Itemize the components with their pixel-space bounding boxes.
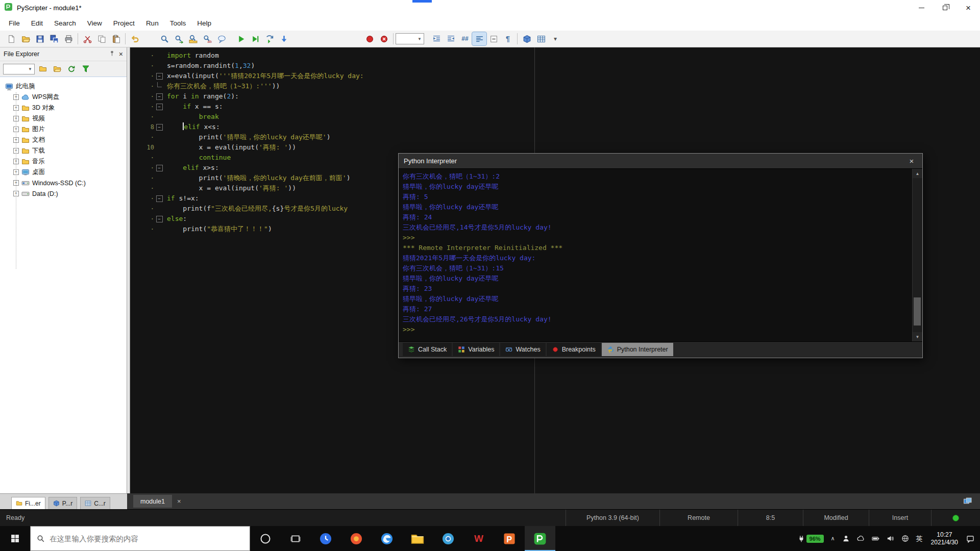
taskbar-app-chrome[interactable] [433,526,463,551]
tree-item-root[interactable]: 此电脑 [0,81,127,92]
toggle-breakpoint-button[interactable] [362,32,377,45]
dock-tab-python-interpreter[interactable]: Python Interpreter [602,343,673,356]
filter-button[interactable] [80,63,92,75]
minimize-button[interactable] [910,0,933,15]
tray-cloud-icon[interactable] [853,526,868,551]
menu-tools[interactable]: Tools [164,17,192,30]
menu-file[interactable]: File [3,17,26,30]
tray-expand-chevron-icon[interactable]: ∧ [827,526,839,551]
dock-tab-variables[interactable]: Variables [453,343,499,356]
interpreter-scrollbar[interactable]: ▲ ▼ [912,169,922,341]
cortana-button[interactable] [250,526,280,551]
path-combo[interactable]: ▼ [3,64,35,74]
fold-marker[interactable] [156,71,163,81]
taskbar-app-orange-browser-app[interactable] [341,526,372,551]
task-view-button[interactable] [280,526,310,551]
find-in-files-button[interactable] [186,32,200,45]
panel-tab-Pr[interactable]: P...r [48,497,77,509]
dock-tab-breakpoints[interactable]: Breakpoints [547,343,601,356]
run-to-cursor-button[interactable] [248,32,262,45]
undo-button[interactable] [128,32,142,45]
interpreter-title-bar[interactable]: Python Interpreter × [399,154,922,169]
fold-marker[interactable] [156,102,163,112]
clear-breakpoints-button[interactable] [377,32,391,45]
interpreter-output[interactable]: 你有三次机会，猜吧（1~31）:2猜早啦，你的lucky day还早呢再猜: 5… [399,169,912,341]
restore-button[interactable] [933,0,957,15]
find-next-button[interactable] [172,32,186,45]
run-button[interactable] [234,32,248,45]
tree-item[interactable]: +图片 [0,124,127,135]
new-file-button[interactable] [4,32,18,45]
tree-item[interactable]: +3D 对象 [0,103,127,113]
replace-button[interactable]: ab [200,32,214,45]
refresh-button[interactable] [65,63,78,75]
open-folder-button[interactable] [37,63,49,75]
dock-tab-call-stack[interactable]: Call Stack [403,343,452,356]
taskbar-search-input[interactable] [50,535,243,543]
tree-item[interactable]: +视频 [0,113,127,124]
panel-close-icon[interactable]: × [119,50,123,58]
install-packages-button[interactable] [520,32,534,45]
tree-item[interactable]: +WPS网盘 [0,92,127,103]
panel-tab-Fier[interactable]: Fi...er [11,497,45,509]
copy-button[interactable] [94,32,109,45]
paste-button[interactable] [109,32,123,45]
run-config-combo[interactable]: ▼ [396,33,424,44]
menu-view[interactable]: View [82,17,108,30]
step-over-button[interactable] [262,32,277,45]
tray-person-icon[interactable] [839,526,853,551]
dock-tab-watches[interactable]: Watches [500,343,545,356]
taskbar-app-pyscripter-app[interactable] [525,526,555,551]
menu-help[interactable]: Help [191,17,217,30]
start-button[interactable] [0,526,30,551]
taskbar-app-wps-writer[interactable]: W [463,526,494,551]
syntax-check-button[interactable] [214,32,229,45]
fold-marker[interactable] [156,193,163,204]
layout-windows-icon[interactable] [963,497,980,506]
save-all-button[interactable] [47,32,61,45]
tree-item[interactable]: +桌面 [0,167,127,178]
taskbar-app-edge[interactable] [372,526,402,551]
tray-network-icon[interactable] [898,526,913,551]
run-external-button[interactable] [277,32,291,45]
indent-block-button[interactable] [429,32,444,45]
action-center-icon[interactable] [963,526,978,551]
menu-run[interactable]: Run [140,17,164,30]
tree-item[interactable]: +音乐 [0,156,127,167]
ime-indicator[interactable]: 英 [913,526,926,551]
panel-tab-Cr[interactable]: C...r [80,497,110,509]
menu-edit[interactable]: Edit [26,17,48,30]
tree-item[interactable]: +文档 [0,135,127,145]
open-file-button[interactable] [18,32,33,45]
taskbar-app-clock-app[interactable] [310,526,341,551]
fold-marker[interactable] [156,163,163,173]
scroll-down-icon[interactable]: ▼ [913,332,922,341]
fold-marker[interactable] [156,214,163,224]
highlight-current-line-button[interactable] [472,32,486,45]
more-options-button[interactable]: ▾ [548,32,562,45]
save-file-button[interactable] [33,32,47,45]
tray-battery-icon[interactable] [868,526,883,551]
code-folding-button[interactable] [486,32,501,45]
taskbar-search[interactable] [30,526,250,551]
find-button[interactable] [157,32,172,45]
cut-button[interactable] [80,32,94,45]
tree-item[interactable]: +Data (D:) [0,188,127,199]
format-table-button[interactable] [534,32,548,45]
menu-project[interactable]: Project [108,17,140,30]
menu-search[interactable]: Search [48,17,82,30]
print-button[interactable] [61,32,76,45]
line-numbers-button[interactable]: ## [458,32,472,45]
interpreter-close-icon[interactable]: × [906,157,917,165]
browse-folder-button[interactable] [51,63,63,75]
tree-item[interactable]: +下载 [0,145,127,156]
tab-close-icon[interactable]: × [177,497,181,505]
taskbar-app-file-explorer-app[interactable] [402,526,433,551]
pin-icon[interactable] [109,50,115,58]
special-characters-button[interactable]: ¶ [501,32,515,45]
tree-item[interactable]: +Windows-SSD (C:) [0,178,127,188]
taskbar-app-wps-presentation[interactable]: P [494,526,525,551]
tray-volume-icon[interactable] [883,526,898,551]
scroll-thumb[interactable] [914,297,921,325]
scroll-up-icon[interactable]: ▲ [913,169,922,178]
